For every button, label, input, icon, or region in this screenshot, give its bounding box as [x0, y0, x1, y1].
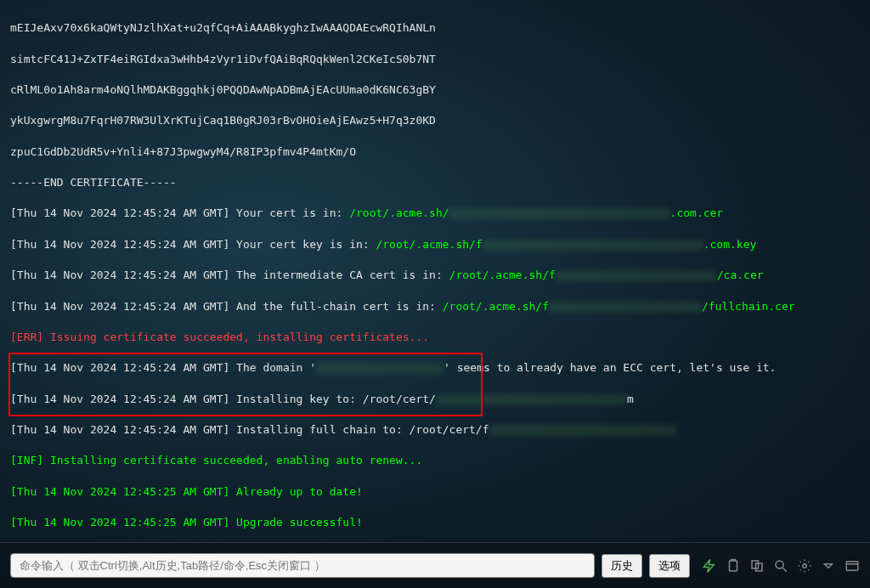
copy-icon[interactable] [749, 558, 765, 574]
error-line: [ERR] Issuing certificate succeeded, ins… [10, 330, 860, 345]
dropdown-icon[interactable] [821, 558, 836, 574]
svg-point-3 [776, 561, 783, 568]
cert-blob-line: -----END CERTIFICATE----- [10, 175, 860, 190]
log-line: [Thu 14 Nov 2024 12:45:24 AM GMT] And th… [10, 299, 860, 314]
info-line: [INF] Installing certificate succeeded, … [10, 453, 860, 468]
settings-icon[interactable] [797, 558, 812, 574]
cert-blob-line: simtcFC41J+ZxTF4eiRGIdxa3wHhb4zVyr1iDvfQ… [10, 52, 860, 67]
cert-blob-line: cRlML0o1Ah8arm4oNQlhMDAKBggqhkj0PQQDAwNp… [10, 82, 860, 98]
history-button[interactable]: 历史 [602, 554, 642, 578]
options-button[interactable]: 选项 [649, 554, 690, 578]
toolbar-icons [702, 558, 860, 574]
bolt-icon[interactable] [702, 558, 717, 574]
search-icon[interactable] [773, 558, 788, 574]
log-line: [Thu 14 Nov 2024 12:45:25 AM GMT] Upgrad… [10, 515, 860, 530]
log-line: [Thu 14 Nov 2024 12:45:25 AM GMT] Alread… [10, 484, 860, 500]
log-line: [Thu 14 Nov 2024 12:45:24 AM GMT] The do… [10, 360, 860, 376]
clipboard-icon[interactable] [726, 558, 741, 574]
cert-blob-line: zpuC1GdDb2UdR5v+Ynli4+87J3pwgwyM4/R8IP3p… [10, 144, 860, 160]
log-line: [Thu 14 Nov 2024 12:45:24 AM GMT] Your c… [10, 206, 860, 221]
log-line: [Thu 14 Nov 2024 12:45:24 AM GMT] Instal… [10, 392, 860, 407]
terminal-output: mEIJeAxv70x6kaQWtyNJzlhXat+u2qfCq+AiAAAB… [0, 0, 870, 588]
svg-point-4 [803, 563, 807, 568]
log-line: [Thu 14 Nov 2024 12:45:24 AM GMT] Your c… [10, 237, 860, 252]
cert-blob-line: mEIJeAxv70x6kaQWtyNJzlhXat+u2qfCq+AiAAAB… [10, 20, 860, 36]
svg-rect-5 [846, 561, 858, 570]
command-input[interactable] [10, 553, 595, 578]
window-icon[interactable] [845, 558, 860, 574]
svg-rect-0 [730, 561, 737, 571]
cert-blob-line: ykUxgwrgM8u7FqrH07RW3UlXrKTujCaq1B0gRJ03… [10, 113, 860, 128]
log-line: [Thu 14 Nov 2024 12:45:24 AM GMT] Instal… [10, 422, 860, 438]
log-line: [Thu 14 Nov 2024 12:45:24 AM GMT] The in… [10, 268, 860, 283]
toolbar: 历史 选项 [0, 542, 870, 588]
